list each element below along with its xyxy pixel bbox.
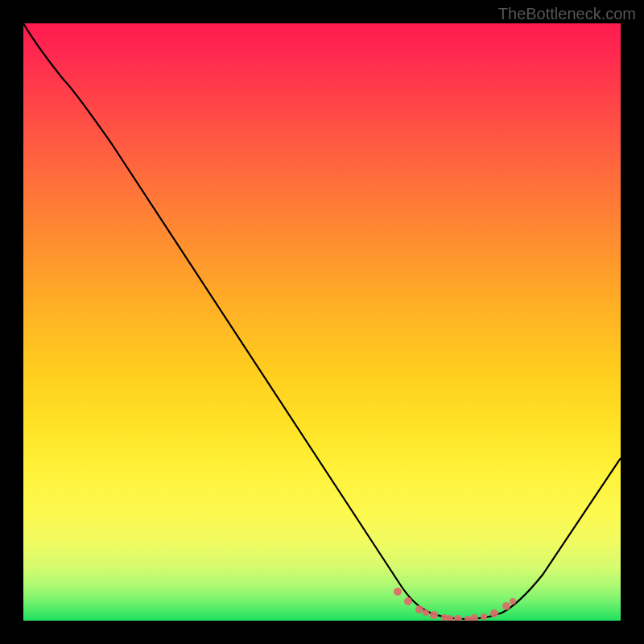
- watermark-text: TheBottleneck.com: [498, 5, 636, 23]
- chart-svg: [23, 23, 621, 621]
- svg-point-3: [423, 609, 429, 616]
- svg-point-4: [430, 611, 438, 619]
- svg-point-8: [464, 616, 471, 621]
- svg-point-9: [470, 614, 478, 621]
- svg-point-13: [510, 598, 516, 605]
- svg-point-5: [441, 614, 448, 621]
- svg-point-12: [502, 602, 510, 610]
- svg-point-1: [404, 597, 412, 605]
- svg-point-11: [490, 609, 498, 617]
- chart-plot-area: [23, 23, 621, 621]
- svg-point-10: [481, 613, 487, 620]
- svg-point-0: [394, 588, 402, 596]
- optimal-zone-dots: [394, 588, 516, 621]
- svg-point-7: [454, 615, 462, 621]
- bottleneck-curve-path: [23, 23, 621, 619]
- svg-point-2: [415, 605, 423, 613]
- svg-point-6: [447, 615, 453, 621]
